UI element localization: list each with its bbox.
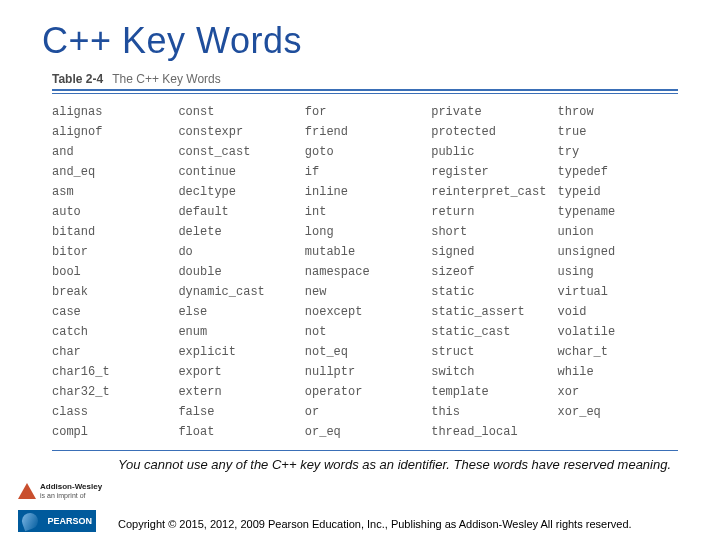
keyword: do [178,242,298,262]
keyword: default [178,202,298,222]
pearson-logo: PEARSON [18,510,96,532]
keyword: bool [52,262,172,282]
keyword: thread_local [431,422,551,442]
keyword: float [178,422,298,442]
keyword: if [305,162,425,182]
keyword: wchar_t [558,342,678,362]
keyword: class [52,402,172,422]
slide-title: C++ Key Words [0,0,720,68]
note-text: You cannot use any of the C++ key words … [0,451,720,473]
keyword: void [558,302,678,322]
keyword: bitor [52,242,172,262]
keyword: continue [178,162,298,182]
keyword: const [178,102,298,122]
pearson-text: PEARSON [47,516,92,526]
keyword: extern [178,382,298,402]
keyword: and_eq [52,162,172,182]
addison-wesley-logo: Addison-Wesley is an imprint of [18,476,106,506]
keyword: true [558,122,678,142]
keyword: goto [305,142,425,162]
table-caption-text: The C++ Key Words [112,72,221,86]
table-area: Table 2-4 The C++ Key Words alignas alig… [0,68,720,451]
keyword: this [431,402,551,422]
keyword: char32_t [52,382,172,402]
keyword-col-1: alignas alignof and and_eq asm auto bita… [52,102,172,442]
keyword: false [178,402,298,422]
rule-top-thick [52,89,678,91]
keyword: not_eq [305,342,425,362]
keyword: typeid [558,182,678,202]
publisher-logos: Addison-Wesley is an imprint of PEARSON [18,476,106,532]
keyword: explicit [178,342,298,362]
keyword: char [52,342,172,362]
aw-subtext: is an imprint of [40,492,102,499]
keyword: while [558,362,678,382]
keyword: static [431,282,551,302]
keyword: xor [558,382,678,402]
keyword: return [431,202,551,222]
keyword: decltype [178,182,298,202]
keyword: or_eq [305,422,425,442]
keyword: for [305,102,425,122]
keyword: asm [52,182,172,202]
keyword: friend [305,122,425,142]
keyword: delete [178,222,298,242]
copyright-text: Copyright © 2015, 2012, 2009 Pearson Edu… [118,518,700,530]
keyword: catch [52,322,172,342]
keyword: throw [558,102,678,122]
keyword: short [431,222,551,242]
keyword: noexcept [305,302,425,322]
keyword: template [431,382,551,402]
keyword: typedef [558,162,678,182]
keyword: constexpr [178,122,298,142]
keyword: namespace [305,262,425,282]
keyword: alignof [52,122,172,142]
keyword: not [305,322,425,342]
keyword: char16_t [52,362,172,382]
keyword: try [558,142,678,162]
keyword: enum [178,322,298,342]
table-label: Table 2-4 [52,72,103,86]
keyword: and [52,142,172,162]
keyword: int [305,202,425,222]
keyword: auto [52,202,172,222]
keyword: alignas [52,102,172,122]
keyword: union [558,222,678,242]
keyword: sizeof [431,262,551,282]
keyword: nullptr [305,362,425,382]
keyword: unsigned [558,242,678,262]
keyword: struct [431,342,551,362]
keyword: break [52,282,172,302]
keyword-col-2: const constexpr const_cast continue decl… [178,102,298,442]
keyword: double [178,262,298,282]
keyword: compl [52,422,172,442]
keyword: virtual [558,282,678,302]
aw-text-block: Addison-Wesley is an imprint of [40,483,102,499]
keyword: or [305,402,425,422]
keyword: else [178,302,298,322]
keyword: using [558,262,678,282]
keyword: operator [305,382,425,402]
keyword: static_assert [431,302,551,322]
aw-brand: Addison-Wesley [40,483,102,491]
keyword: long [305,222,425,242]
triangle-icon [18,483,36,499]
slide: C++ Key Words Table 2-4 The C++ Key Word… [0,0,720,540]
keyword: signed [431,242,551,262]
keyword: volatile [558,322,678,342]
keyword-col-3: for friend goto if inline int long mutab… [305,102,425,442]
keyword-col-4: private protected public register reinte… [431,102,551,442]
keyword-col-5: throw true try typedef typeid typename u… [558,102,678,442]
keyword: dynamic_cast [178,282,298,302]
keyword: bitand [52,222,172,242]
keyword: reinterpret_cast [431,182,551,202]
keyword: new [305,282,425,302]
table-caption: Table 2-4 The C++ Key Words [52,68,678,89]
keyword: const_cast [178,142,298,162]
keyword: inline [305,182,425,202]
keyword: protected [431,122,551,142]
keyword: typename [558,202,678,222]
keyword: public [431,142,551,162]
keyword: export [178,362,298,382]
keyword: switch [431,362,551,382]
